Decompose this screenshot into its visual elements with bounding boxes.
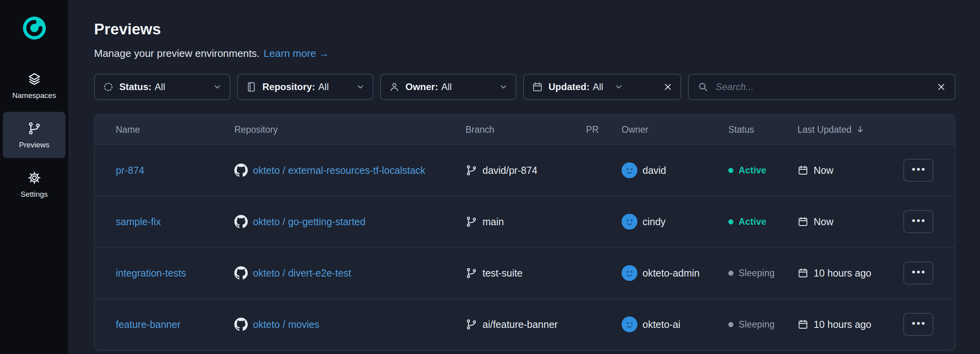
chevron-down-icon <box>614 83 623 91</box>
actions-cell: ••• <box>893 210 955 233</box>
table-row: feature-banner okteto / movies ai/featur… <box>95 298 955 350</box>
status-cell: Sleeping <box>728 268 797 279</box>
owner-filter-text: Owner: All <box>405 81 452 92</box>
column-header-last-updated[interactable]: Last Updated <box>797 124 893 135</box>
page-title: Previews <box>94 21 956 38</box>
owner-name: okteto-ai <box>643 319 680 330</box>
status-cell: Active <box>728 165 797 176</box>
sidebar-item-previews[interactable]: Previews <box>3 112 66 158</box>
last-updated-cell: 10 hours ago <box>797 319 893 330</box>
row-actions-button[interactable]: ••• <box>903 262 933 284</box>
filter-label: Repository: <box>262 81 315 92</box>
repository-filter[interactable]: Repository: All <box>237 74 373 100</box>
git-branch-icon <box>466 318 477 330</box>
settings-icon <box>27 171 41 185</box>
clear-updated-filter-icon[interactable] <box>663 82 673 92</box>
previews-icon <box>27 121 41 136</box>
owner-name: okteto-admin <box>643 267 700 279</box>
owner-name: cindy <box>643 216 665 228</box>
row-actions-button[interactable]: ••• <box>903 159 933 182</box>
chevron-down-icon <box>213 83 222 91</box>
status-label: Active <box>739 165 766 176</box>
status-filter-icon <box>103 81 114 92</box>
calendar-icon <box>797 267 808 279</box>
status-filter[interactable]: Status: All <box>94 74 230 100</box>
repository-cell: okteto / divert-e2e-test <box>234 266 466 280</box>
updated-filter-icon <box>532 81 543 92</box>
column-header-branch[interactable]: Branch <box>466 124 576 135</box>
filter-value: All <box>155 81 165 92</box>
column-header-pr[interactable]: PR <box>576 124 622 135</box>
repository-filter-icon <box>246 81 257 92</box>
chevron-down-icon <box>356 83 365 91</box>
avatar <box>622 162 637 178</box>
avatar <box>622 316 637 332</box>
row-actions-button[interactable]: ••• <box>903 313 933 336</box>
column-header-status[interactable]: Status <box>728 124 797 135</box>
column-header-repository[interactable]: Repository <box>234 124 466 135</box>
sidebar-item-label: Namespaces <box>12 91 56 100</box>
github-icon <box>234 164 248 177</box>
table-row: sample-fix okteto / go-getting-started m… <box>95 196 955 247</box>
repository-link[interactable]: okteto / go-getting-started <box>253 216 366 228</box>
sidebar-item-label: Settings <box>21 190 48 199</box>
column-header-label: Last Updated <box>797 124 852 135</box>
filter-label: Status: <box>119 81 151 92</box>
sidebar-item-namespaces[interactable]: Namespaces <box>3 62 66 109</box>
calendar-icon <box>797 319 808 330</box>
filter-value: All <box>441 81 452 92</box>
avatar <box>622 214 637 230</box>
search-input[interactable] <box>715 81 930 93</box>
okteto-logo-icon <box>23 17 46 40</box>
owner-filter-icon <box>389 81 400 92</box>
branch-cell: ai/feature-banner <box>466 318 576 330</box>
preview-name-link[interactable]: sample-fix <box>116 216 161 228</box>
repository-link[interactable]: okteto / divert-e2e-test <box>253 267 351 279</box>
branch-name: david/pr-874 <box>482 165 537 176</box>
last-updated-cell: Now <box>797 165 893 176</box>
repository-cell: okteto / movies <box>234 318 466 331</box>
sidebar-item-label: Previews <box>19 141 49 149</box>
preview-name-link[interactable]: pr-874 <box>116 165 144 176</box>
git-branch-icon <box>466 216 477 228</box>
namespaces-icon <box>27 72 41 86</box>
github-icon <box>234 215 248 228</box>
chevron-down-icon <box>499 83 508 91</box>
repository-filter-text: Repository: All <box>262 81 329 92</box>
branch-name: ai/feature-banner <box>482 319 558 330</box>
owner-cell: okteto-ai <box>622 316 728 332</box>
github-icon <box>234 318 248 331</box>
search-icon <box>697 81 709 92</box>
table-row: integration-tests okteto / divert-e2e-te… <box>95 247 955 298</box>
owner-filter[interactable]: Owner: All <box>380 74 516 100</box>
preview-name-link[interactable]: integration-tests <box>116 267 186 279</box>
branch-cell: test-suite <box>466 267 576 279</box>
branch-cell: david/pr-874 <box>466 164 576 176</box>
clear-search-icon[interactable] <box>937 82 946 92</box>
column-header-owner[interactable]: Owner <box>622 124 728 135</box>
column-header-name[interactable]: Name <box>116 124 234 135</box>
last-updated-value: 10 hours ago <box>814 267 871 279</box>
repository-link[interactable]: okteto / movies <box>253 319 319 330</box>
updated-filter-text: Updated: All <box>548 81 603 92</box>
last-updated-cell: Now <box>797 216 893 228</box>
preview-name-link[interactable]: feature-banner <box>116 319 181 330</box>
sidebar-nav: Namespaces Previews Settings <box>0 62 68 207</box>
table-header: Name Repository Branch PR Owner Status L… <box>95 115 955 144</box>
status-dot <box>728 219 733 224</box>
row-actions-button[interactable]: ••• <box>903 210 933 233</box>
okteto-logo[interactable] <box>23 17 46 40</box>
table-row: pr-874 okteto / external-resources-tf-lo… <box>95 144 955 196</box>
branch-name: main <box>482 216 504 228</box>
name-cell: feature-banner <box>116 319 234 330</box>
updated-filter[interactable]: Updated: All <box>523 74 681 100</box>
filter-bar: Status: All Repository: All Owner: All <box>94 74 956 100</box>
status-label: Active <box>739 217 766 227</box>
learn-more-link[interactable]: Learn more → <box>264 47 329 60</box>
repository-link[interactable]: okteto / external-resources-tf-localstac… <box>253 165 425 176</box>
subtitle-text: Manage your preview environments. <box>94 47 260 60</box>
owner-cell: cindy <box>622 214 728 230</box>
sidebar-item-settings[interactable]: Settings <box>3 161 66 207</box>
page-subtitle: Manage your preview environments. Learn … <box>94 47 956 60</box>
last-updated-value: Now <box>814 165 833 176</box>
